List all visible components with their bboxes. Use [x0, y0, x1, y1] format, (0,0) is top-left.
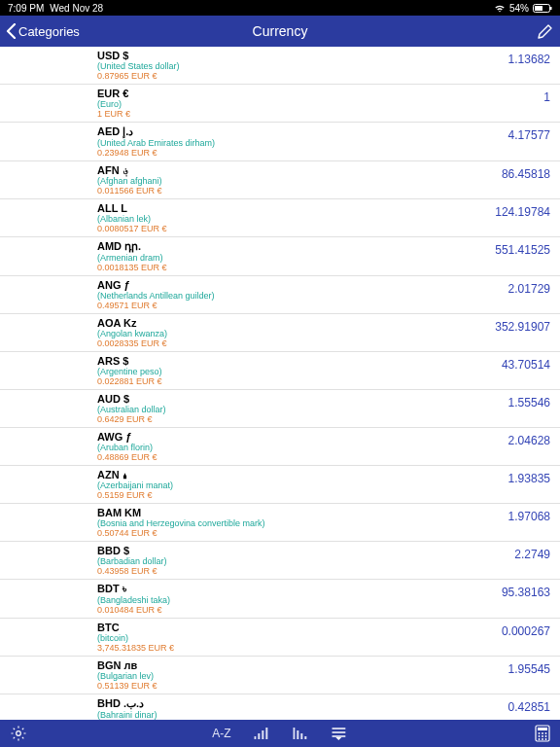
currency-row[interactable]: EUR €(Euro)1 EUR €1	[0, 85, 560, 123]
wifi-icon	[494, 4, 506, 13]
currency-row[interactable]: BTC(bitcoin)3,745.31835 EUR €0.000267	[0, 619, 560, 657]
currency-row[interactable]: AMD դր.(Armenian dram)0.0018135 EUR €551…	[0, 237, 560, 276]
sort-bars-desc-button[interactable]	[294, 728, 309, 739]
currency-name: (Euro)	[97, 99, 552, 109]
currency-value: 1.95545	[508, 662, 550, 676]
currency-rate: 0.6429 EUR €	[97, 414, 552, 424]
status-time: 7:09 PM	[8, 3, 44, 14]
currency-row[interactable]: AWG ƒ(Aruban florin)0.48869 EUR €2.04628	[0, 428, 560, 466]
currency-code: BBD $	[97, 545, 552, 556]
sort-bars-asc-button[interactable]	[255, 728, 270, 739]
svg-rect-10	[301, 733, 303, 739]
svg-point-24	[542, 738, 543, 740]
currency-value: 124.19784	[495, 205, 550, 219]
currency-rate: 0.43958 EUR €	[97, 566, 552, 576]
sort-lines-button[interactable]	[332, 727, 348, 740]
status-date: Wed Nov 28	[50, 3, 103, 14]
currency-rate: 0.0080517 EUR €	[97, 224, 552, 233]
svg-point-23	[539, 738, 541, 740]
currency-row[interactable]: USD $(United States dollar)0.87965 EUR €…	[0, 47, 560, 85]
currency-name: (Afghan afghani)	[97, 176, 552, 186]
currency-name: (Azerbaijani manat)	[97, 480, 552, 490]
currency-code: ARS $	[97, 355, 552, 367]
back-button[interactable]: Categories	[6, 23, 80, 39]
currency-value: 1.13682	[508, 53, 550, 66]
svg-rect-1	[535, 6, 542, 11]
gear-icon	[10, 725, 27, 742]
currency-rate: 0.87965 EUR €	[97, 71, 552, 81]
currency-code: ANG ƒ	[97, 279, 552, 291]
currency-rate: 0.011566 EUR €	[97, 186, 552, 196]
svg-rect-8	[294, 728, 296, 739]
svg-point-19	[545, 732, 547, 734]
status-bar: 7:09 PM Wed Nov 28 54%	[0, 0, 560, 16]
currency-rate: 0.0018135 EUR €	[97, 263, 552, 272]
currency-row[interactable]: BAM KM(Bosnia and Herzegovina convertibl…	[0, 504, 560, 542]
currency-name: (Bulgarian lev)	[97, 671, 552, 681]
lines-icon	[332, 727, 348, 740]
nav-bar: Categories Currency	[0, 16, 560, 47]
svg-rect-2	[550, 7, 552, 10]
bars-asc-icon	[255, 728, 270, 739]
currency-name: (Bosnia and Herzegovina convertible mark…	[97, 518, 552, 528]
bars-desc-icon	[294, 728, 309, 739]
svg-point-3	[17, 731, 21, 736]
currency-row[interactable]: BBD $(Barbadian dollar)0.43958 EUR €2.27…	[0, 542, 560, 580]
currency-value: 1.97068	[508, 510, 550, 523]
back-label: Categories	[18, 24, 80, 39]
currency-code: BTC	[97, 622, 552, 633]
svg-point-22	[545, 735, 547, 737]
svg-rect-7	[266, 728, 268, 739]
currency-name: (Argentine peso)	[97, 367, 552, 376]
currency-code: AWG ƒ	[97, 431, 552, 443]
svg-rect-16	[538, 728, 547, 730]
battery-icon	[533, 4, 552, 13]
currency-row[interactable]: AED د.إ(United Arab Emirates dirham)0.23…	[0, 123, 560, 161]
settings-button[interactable]	[10, 725, 27, 742]
currency-code: AUD $	[97, 393, 552, 405]
currency-value: 86.45818	[502, 167, 550, 181]
currency-row[interactable]: ARS $(Argentine peso)0.022881 EUR €43.70…	[0, 352, 560, 390]
currency-value: 95.38163	[502, 586, 550, 599]
pencil-icon	[537, 22, 554, 40]
currency-code: ALL L	[97, 202, 552, 214]
edit-button[interactable]	[537, 22, 554, 40]
svg-rect-9	[298, 730, 299, 739]
currency-name: (Aruban florin)	[97, 443, 552, 452]
chevron-left-icon	[6, 23, 17, 39]
currency-row[interactable]: ALL L(Albanian lek)0.0080517 EUR €124.19…	[0, 199, 560, 237]
currency-code: AMD դր.	[97, 240, 552, 253]
currency-row[interactable]: AOA Kz(Angolan kwanza)0.0028335 EUR €352…	[0, 314, 560, 352]
currency-row[interactable]: AUD $(Australian dollar)0.6429 EUR €1.55…	[0, 390, 560, 428]
currency-row[interactable]: AFN ؋(Afghan afghani)0.011566 EUR €86.45…	[0, 161, 560, 199]
currency-code: AOA Kz	[97, 317, 552, 329]
currency-code: AFN ؋	[97, 164, 552, 176]
svg-point-25	[545, 738, 547, 740]
svg-rect-6	[262, 730, 264, 739]
currency-name: (Barbadian dollar)	[97, 556, 552, 566]
currency-rate: 0.022881 EUR €	[97, 376, 552, 386]
currency-row[interactable]: BHD .د.ب(Bahraini dinar)2.33365 EUR €0.4…	[0, 694, 560, 720]
currency-value: 2.2749	[514, 548, 550, 561]
currency-value: 1.55546	[508, 396, 550, 409]
svg-point-20	[539, 735, 541, 737]
currency-name: (Netherlands Antillean guilder)	[97, 291, 552, 301]
currency-name: (Bangladeshi taka)	[97, 595, 552, 605]
currency-row[interactable]: BGN лв(Bulgarian lev)0.51139 EUR €1.9554…	[0, 657, 560, 694]
calculator-icon	[535, 725, 550, 742]
svg-point-17	[539, 732, 541, 734]
currency-row[interactable]: ANG ƒ(Netherlands Antillean guilder)0.49…	[0, 276, 560, 314]
currency-rate: 0.50744 EUR €	[97, 528, 552, 538]
currency-row[interactable]: BDT ৳(Bangladeshi taka)0.010484 EUR €95.…	[0, 580, 560, 619]
sort-az-button[interactable]: A-Z	[212, 727, 230, 740]
calculator-button[interactable]	[535, 725, 550, 742]
currency-name: (bitcoin)	[97, 633, 552, 643]
currency-value: 2.04628	[508, 434, 550, 447]
currency-list[interactable]: USD $(United States dollar)0.87965 EUR €…	[0, 47, 560, 720]
currency-value: 1	[543, 90, 550, 104]
currency-value: 1.93835	[508, 472, 550, 485]
currency-name: (Armenian dram)	[97, 253, 552, 263]
currency-rate: 0.51139 EUR €	[97, 681, 552, 691]
currency-row[interactable]: AZN ₼(Azerbaijani manat)0.5159 EUR €1.93…	[0, 466, 560, 504]
currency-code: AZN ₼	[97, 469, 552, 480]
